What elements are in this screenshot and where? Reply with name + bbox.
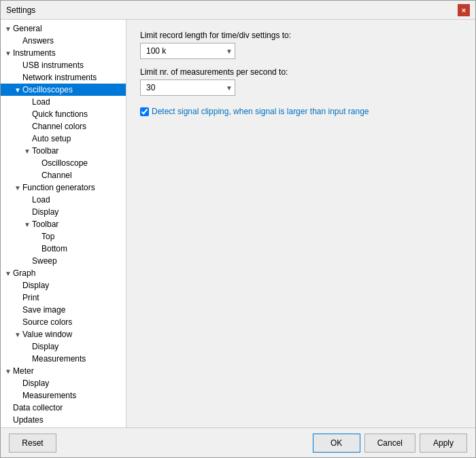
sidebar-item-graph-display[interactable]: Display (1, 279, 126, 292)
sidebar: ▼General Answers▼Instruments USB instrum… (1, 20, 126, 427)
spacer-icon (22, 196, 32, 204)
detect-clipping-row: Detect signal clipping, when signal is l… (140, 107, 462, 116)
sidebar-item-auto-setup[interactable]: Auto setup (1, 133, 126, 145)
sidebar-item-general[interactable]: ▼General (1, 22, 126, 35)
sidebar-item-label: Print (22, 293, 39, 302)
limit-measurements-dropdown[interactable]: 3060100200 (140, 80, 235, 96)
sidebar-item-data-collector[interactable]: Data collector (1, 402, 126, 414)
sidebar-item-label: Auto setup (32, 134, 71, 143)
sidebar-item-meter[interactable]: ▼Meter (1, 365, 126, 377)
sidebar-item-vw-measurements[interactable]: Measurements (1, 353, 126, 365)
sidebar-item-label: Network instruments (22, 73, 97, 82)
sidebar-item-label: General (13, 24, 42, 33)
sidebar-item-label: Toolbar (32, 219, 58, 229)
limit-measurements-dropdown-container: 3060100200 ▼ (140, 80, 235, 96)
sidebar-item-instruments[interactable]: ▼Instruments (1, 47, 126, 59)
spacer-icon (13, 319, 22, 326)
expand-icon: ▼ (13, 86, 22, 94)
spacer-icon (22, 135, 32, 143)
sidebar-item-oscilloscopes[interactable]: ▼Oscilloscopes (1, 84, 126, 96)
sidebar-item-fg-load[interactable]: Load (1, 194, 126, 206)
spacer-icon (13, 37, 22, 45)
sidebar-item-label: Top (41, 232, 54, 241)
sidebar-item-label: Sweep (32, 256, 57, 266)
spacer-icon (22, 258, 32, 265)
apply-button[interactable]: Apply (420, 434, 467, 453)
limit-record-dropdown[interactable]: 100 k200 k500 k1 M2 MNo limit (140, 43, 235, 59)
spacer-icon (13, 294, 22, 302)
sidebar-item-usb-instruments[interactable]: USB instruments (1, 59, 126, 71)
settings-dialog: Settings × ▼General Answers▼Instruments … (0, 0, 476, 458)
sidebar-item-label: Oscilloscopes (22, 85, 73, 94)
sidebar-item-answers[interactable]: Answers (1, 35, 126, 47)
spacer-icon (22, 111, 32, 118)
sidebar-item-save-image[interactable]: Save image (1, 304, 126, 316)
sidebar-item-vw-display[interactable]: Display (1, 340, 126, 353)
reset-button[interactable]: Reset (9, 434, 56, 453)
expand-icon: ▼ (3, 368, 13, 375)
sidebar-item-label: Meter (13, 366, 34, 376)
main-panel: Limit record length for time/div setting… (126, 20, 475, 427)
sidebar-item-label: Instruments (13, 48, 56, 58)
sidebar-item-load[interactable]: Load (1, 96, 126, 108)
spacer-icon (32, 160, 41, 167)
sidebar-item-label: Channel (41, 171, 72, 180)
sidebar-item-label: Data collector (13, 403, 63, 412)
spacer-icon (3, 404, 13, 412)
sidebar-item-label: Save image (22, 305, 65, 315)
sidebar-item-label: Graph (13, 268, 35, 278)
sidebar-item-label: Channel colors (32, 122, 86, 131)
sidebar-item-label: Display (32, 207, 58, 217)
sidebar-item-source-colors[interactable]: Source colors (1, 316, 126, 328)
sidebar-item-function-generators[interactable]: ▼Function generators (1, 181, 126, 194)
sidebar-item-fg-bottom[interactable]: Bottom (1, 243, 126, 255)
sidebar-item-channel-colors[interactable]: Channel colors (1, 120, 126, 133)
sidebar-item-label: Display (22, 281, 49, 290)
sidebar-item-quick-functions[interactable]: Quick functions (1, 108, 126, 120)
detect-clipping-checkbox[interactable] (140, 107, 149, 116)
footer: Reset OK Cancel Apply (1, 427, 475, 457)
detect-clipping-label[interactable]: Detect signal clipping, when signal is l… (152, 107, 369, 116)
spacer-icon (32, 245, 41, 253)
expand-icon: ▼ (13, 331, 22, 338)
sidebar-item-fg-toolbar[interactable]: ▼Toolbar (1, 218, 126, 230)
expand-icon: ▼ (22, 221, 32, 228)
spacer-icon (3, 417, 13, 424)
spacer-icon (22, 355, 32, 363)
expand-icon: ▼ (3, 50, 13, 57)
sidebar-item-label: Load (32, 97, 50, 107)
sidebar-item-oscilloscope-tb[interactable]: Oscilloscope (1, 157, 126, 169)
sidebar-item-toolbar-osc[interactable]: ▼Toolbar (1, 145, 126, 157)
limit-record-label: Limit record length for time/div setting… (140, 31, 462, 40)
sidebar-item-label: Display (22, 378, 49, 388)
sidebar-item-fg-top[interactable]: Top (1, 230, 126, 243)
title-bar: Settings × (1, 1, 475, 20)
cancel-button[interactable]: Cancel (364, 434, 415, 453)
sidebar-item-network-instruments[interactable]: Network instruments (1, 71, 126, 84)
sidebar-item-label: Display (32, 342, 58, 351)
spacer-icon (22, 343, 32, 351)
ok-button[interactable]: OK (313, 434, 360, 453)
dialog-title: Settings (6, 5, 35, 15)
sidebar-item-print[interactable]: Print (1, 292, 126, 304)
sidebar-item-label: Answers (22, 36, 54, 46)
sidebar-item-updates[interactable]: Updates (1, 414, 126, 426)
sidebar-item-meter-display[interactable]: Display (1, 377, 126, 389)
spacer-icon (32, 233, 41, 241)
sidebar-item-label: Function generators (22, 183, 95, 192)
sidebar-item-label: Quick functions (32, 109, 88, 119)
sidebar-item-sweep[interactable]: Sweep (1, 255, 126, 267)
sidebar-item-meter-measurements[interactable]: Measurements (1, 389, 126, 402)
sidebar-item-graph[interactable]: ▼Graph (1, 267, 126, 279)
sidebar-item-value-window[interactable]: ▼Value window (1, 328, 126, 340)
spacer-icon (13, 62, 22, 69)
sidebar-item-channel-tb[interactable]: Channel (1, 169, 126, 181)
spacer-icon (13, 74, 22, 82)
sidebar-item-label: Load (32, 195, 50, 205)
sidebar-item-label: Source colors (22, 317, 72, 327)
sidebar-item-fg-display[interactable]: Display (1, 206, 126, 218)
spacer-icon (13, 306, 22, 314)
checkbox-plain-text: Detect signal clipping, (152, 107, 233, 116)
checkbox-link-text: when signal is larger than input range (233, 107, 369, 116)
close-button[interactable]: × (458, 4, 470, 16)
